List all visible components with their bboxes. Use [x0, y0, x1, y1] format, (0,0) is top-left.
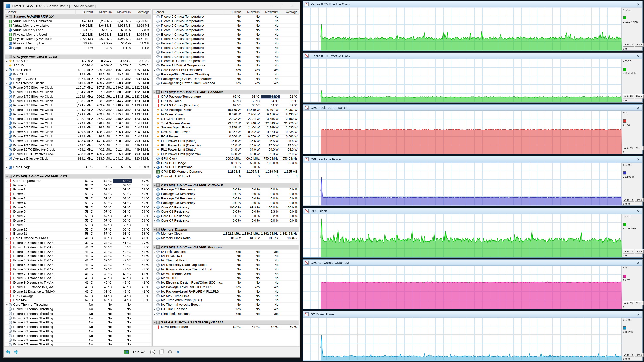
sensor-row[interactable]: E-core 8 T0 Effective Clock488.4 MHz441.… — [5, 139, 151, 143]
sensor-row[interactable]: Drive Temperature50 °C47 °C52 °C50 °C — [153, 325, 298, 330]
sensor-row[interactable]: P-core 3 Critical TemperatureNoNoNo — [153, 28, 298, 32]
sensor-row[interactable]: IA: Max Turbo LimitNoNoNo — [153, 294, 298, 298]
sensor-row[interactable]: P-core 3 Distance to TjMAX41 °C37 °C43 °… — [5, 254, 151, 258]
expand-icon[interactable]: ▸ — [153, 206, 156, 209]
column-header-minimum[interactable]: Minimum — [94, 10, 113, 14]
sensor-row[interactable]: P-core 0 T0 Effective Clock1,151.7 MHz96… — [5, 86, 151, 90]
section-row[interactable]: ▾CPU [#0]: Intel Core i5-1240P: DTS — [5, 174, 151, 179]
sensor-row[interactable]: PL2 Power Limit (Static)64.0 W64.0 W64.0… — [153, 148, 298, 152]
section-row[interactable]: ▾S.M.A.R.T.: PCIe-8 SSD 512GB [YMA1512IA… — [153, 320, 298, 325]
sensor-row[interactable]: PCH Power0.056 W0.056 W0.147 W0.083 W — [153, 134, 298, 139]
sensor-row[interactable]: P-core 1 Distance to TjMAX41 °C39 °C43 °… — [5, 245, 151, 250]
reset-button[interactable]: Reset — [635, 198, 644, 202]
sensor-row[interactable]: Virtual Memory Committed5,546 MB5,237 MB… — [5, 19, 151, 24]
minimize-icon[interactable]: – — [266, 2, 276, 9]
sensor-row[interactable]: P-core 2 T1 Effective Clock1,124.0 MHz96… — [5, 108, 151, 112]
sensor-row[interactable]: Package/Ring Thermal ThrottlingNoNoNo — [153, 72, 298, 77]
sensor-row[interactable]: IA: Package-Level RAPL/PBM PL1YesYesYes — [153, 285, 298, 290]
report-copy-icon[interactable] — [159, 350, 163, 354]
graph-titlebar[interactable]: GPU Clock× — [303, 208, 642, 214]
sensor-row[interactable]: E-core 6 Critical TemperatureNoNoNo — [153, 41, 298, 46]
sensor-row[interactable]: E-core 8 Critical TemperatureNoNoNo — [153, 50, 298, 55]
sensor-row[interactable]: IA: Thermal Velocity BoostNoNoNo — [153, 303, 298, 307]
section-row[interactable]: ▾CPU [#0]: Intel Core i5-1240P — [5, 55, 151, 59]
settings-gear-icon[interactable]: ⚙ — [168, 350, 172, 355]
sensor-row[interactable]: E-core 7 T0 Effective Clock499.8 MHz498.… — [5, 134, 151, 139]
sensor-row[interactable]: E-core 459 °C58 °C61 °C59 °C — [5, 201, 151, 205]
expand-icon[interactable]: ▸ — [153, 312, 156, 315]
sensor-row[interactable]: Package C3 Residency0.0 %0.0 %0.0 %0.0 % — [153, 192, 298, 196]
expand-icon[interactable]: ▸ — [5, 68, 8, 71]
clock-icon[interactable] — [150, 350, 155, 355]
sensor-row[interactable]: GPU D3D Memory Dynamic1,239 MB1,105 MB1,… — [153, 170, 298, 174]
column-header-maximum[interactable]: Maximum — [261, 10, 280, 14]
sensor-row[interactable]: E-core 7 Distance to TjMAX41 °C39 °C43 °… — [5, 272, 151, 276]
collapse-icon[interactable]: ▾ — [5, 179, 8, 182]
sensor-row[interactable]: Bus Clock99.8 MHz99.8 MHz99.8 MHz99.8 MH… — [5, 72, 151, 77]
close-icon[interactable]: × — [636, 2, 641, 6]
close-icon[interactable]: × — [636, 209, 641, 213]
reset-button[interactable]: Reset — [635, 353, 644, 357]
graph-titlebar[interactable]: E-core 8 T0 Effective Clock× — [303, 53, 642, 59]
window-titlebar[interactable]: HWiNFO64 v7.50-5150 Sensor Status [93 va… — [4, 2, 300, 9]
sensor-row[interactable]: E-core 11 Critical TemperatureNoNoNo — [153, 63, 298, 68]
column-header-average[interactable]: Average — [280, 10, 298, 14]
sensor-row[interactable]: P-core 2 Distance to TjMAX41 °C38 °C43 °… — [5, 250, 151, 254]
maximize-icon[interactable]: □ — [276, 2, 287, 9]
sensor-row[interactable]: P-core 359 °C57 °C63 °C61 °C — [5, 196, 151, 201]
expand-icon[interactable]: ▸ — [153, 219, 156, 222]
collapse-icon[interactable]: ▾ — [5, 82, 8, 84]
sensor-row[interactable]: ▸Ring Limit ReasonsYesNoYes — [153, 312, 298, 316]
sensor-row[interactable]: E-core 959 °C57 °C60 °C58 °C — [5, 223, 151, 228]
sensor-row[interactable]: System Agent Power2.788 W2.404 W2.789 W2… — [153, 125, 298, 130]
close-icon[interactable]: × — [636, 54, 641, 58]
sensor-row[interactable]: E-core 4 Thermal ThrottlingNoNoNo — [5, 325, 151, 330]
sensor-row[interactable]: P-core 3 Thermal ThrottlingNoNoNo — [5, 320, 151, 325]
collapse-icon[interactable]: ▾ — [5, 175, 8, 178]
sensor-row[interactable]: ▸Core Usage13.9 %5.9 %59.1 %13.9 % — [5, 165, 151, 170]
close-icon[interactable]: × — [287, 2, 298, 9]
nav-previous-icon[interactable]: ⇆ — [6, 349, 10, 355]
sensor-row[interactable]: E-core 559 °C58 °C61 °C59 °C — [5, 205, 151, 210]
collapse-icon[interactable]: ▾ — [5, 15, 8, 18]
sensor-row[interactable]: E-core 5 Thermal ThrottlingNoNoNo — [5, 330, 151, 334]
expand-icon[interactable]: ▸ — [153, 166, 156, 169]
sensor-row[interactable]: PL1 Power Limit (Dynamic)15.0 W15.0 W15.… — [153, 143, 298, 148]
expand-icon[interactable]: ▸ — [153, 215, 156, 217]
sensor-row[interactable]: CPU Package Power15.159 W14.510 W15.401 … — [153, 108, 298, 112]
auto-fit-button[interactable]: Auto Fit — [623, 249, 634, 254]
sensor-row[interactable]: ▸Core Power Limit ExceededYesYesYes — [153, 68, 298, 72]
sensor-row[interactable]: E-core 1057 °C57 °C60 °C58 °C — [5, 227, 151, 232]
sensor-row[interactable]: E-core 857 °C57 °C60 °C58 °C — [5, 219, 151, 223]
sensor-row[interactable]: ▸Core C6 Residency0.0 %0.0 %0.2 %0.0 % — [153, 214, 298, 219]
sensor-row[interactable]: Page File Usage1.4 %1.3 %1.4 %1.4 % — [5, 46, 151, 50]
sensor-row[interactable]: E-core 10 T0 Effective Clock488.1 MHz440… — [5, 148, 151, 152]
sensor-row[interactable]: Package C6 Residency0.0 %0.0 %0.0 %0.0 % — [153, 196, 298, 201]
collapse-icon[interactable]: ▾ — [153, 246, 156, 249]
section-row[interactable]: ▾CPU [#0]: Intel Core i5-1240P: Performa… — [153, 245, 298, 250]
sensor-row[interactable]: E-core 7 Thermal ThrottlingNoNoNo — [5, 338, 151, 343]
sensor-row[interactable]: Total System Power22.467 W21.346 W22.646… — [153, 121, 298, 126]
sensor-row[interactable]: E-core 4 Distance to TjMAX41 °C39 °C42 °… — [5, 258, 151, 263]
sensor-row[interactable]: GPU Clock600.0 MHz400.0 MHz750.0 MHz556.… — [153, 157, 298, 161]
sensor-row[interactable]: PL1 Power Limit (Static)35.6 W35.6 W35.6… — [153, 139, 298, 143]
sensor-row[interactable]: ▾IA Limit ReasonsYesNoYes — [153, 250, 298, 254]
sensor-row[interactable]: E-core 659 °C57 °C61 °C59 °C — [5, 210, 151, 214]
sensor-row[interactable]: IA Cores Power8.696 W7.764 W9.419 W8.435… — [153, 112, 298, 117]
sensor-row[interactable]: P-core 0 Distance to TjMAX38 °C37 °C41 °… — [5, 241, 151, 245]
sensor-row[interactable]: P-core 2 Critical TemperatureNoNoNo — [153, 23, 298, 28]
reset-button[interactable]: Reset — [635, 43, 644, 47]
sensor-row[interactable]: E-core 759 °C57 °C61 °C59 °C — [5, 214, 151, 219]
sensor-row[interactable]: ▸Core VIDs0.709 V0.704 V0.733 V0.710 V — [5, 59, 151, 63]
sensor-row[interactable]: IA: Residency State RegulationNoNoNo — [153, 263, 298, 267]
expand-icon[interactable]: ▸ — [5, 166, 8, 169]
sensor-row[interactable]: E-core 4 Critical TemperatureNoNoNo — [153, 32, 298, 37]
section-row[interactable]: ▾CPU [#0]: Intel Core i5-1240P: C-State … — [153, 183, 298, 188]
sensor-row[interactable]: E-core 5 Distance to TjMAX41 °C39 °C42 °… — [5, 263, 151, 267]
sensor-row[interactable]: E-core 7 Critical TemperatureNoNoNo — [153, 46, 298, 50]
sensor-row[interactable]: E-core 9 T0 Effective Clock488.2 MHz440.… — [5, 143, 151, 148]
sensor-row[interactable]: Virtual Memory Available3,649 MB3,643 MB… — [5, 23, 151, 28]
collapse-icon[interactable]: ▾ — [153, 91, 156, 93]
sensor-row[interactable]: P-core 2 T0 Effective Clock1,124.4 MHz96… — [5, 103, 151, 108]
sensor-row[interactable]: P-core 1 Thermal ThrottlingNoNoNo — [5, 312, 151, 316]
